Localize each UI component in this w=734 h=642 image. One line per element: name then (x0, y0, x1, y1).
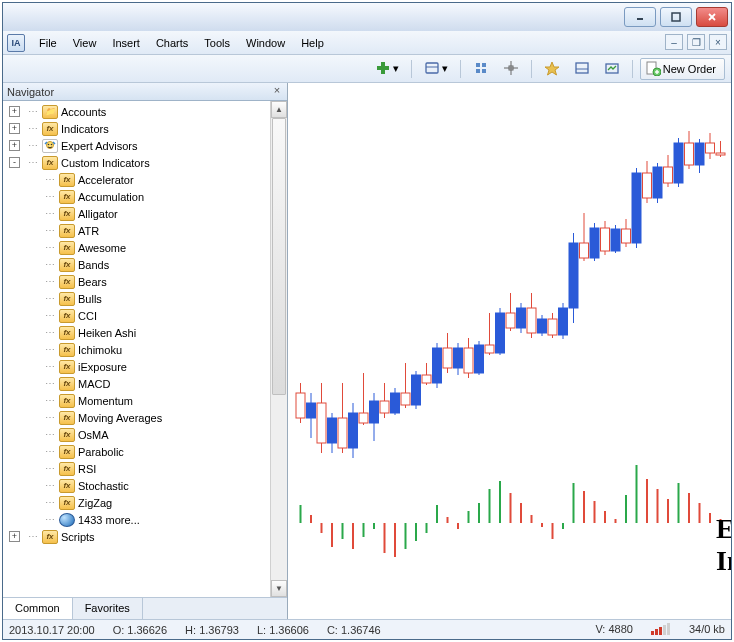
tree-item-iexposure[interactable]: ⋯fxiExposure (7, 358, 268, 375)
menu-file[interactable]: File (31, 32, 65, 54)
navigator-scrollbar[interactable]: ▲ ▼ (270, 101, 287, 597)
tree-item-expert-advisors[interactable]: +⋯Expert Advisors (7, 137, 268, 154)
tree-connector: ⋯ (25, 157, 39, 168)
svg-rect-116 (436, 505, 438, 523)
tab-favorites[interactable]: Favorites (73, 598, 143, 619)
mdi-close-button[interactable]: × (709, 34, 727, 50)
tree-item-more[interactable]: ⋯1433 more... (7, 511, 268, 528)
tree-item-awesome[interactable]: ⋯fxAwesome (7, 239, 268, 256)
menu-help[interactable]: Help (293, 32, 332, 54)
svg-rect-129 (573, 483, 575, 523)
chevron-down-icon: ▾ (442, 62, 448, 75)
tree-item-bulls[interactable]: ⋯fxBulls (7, 290, 268, 307)
tree-toggle[interactable]: + (9, 140, 20, 151)
statusbar: 2013.10.17 20:00 O: 1.36626 H: 1.36793 L… (3, 619, 731, 639)
tree-item-rsi[interactable]: ⋯fxRSI (7, 460, 268, 477)
svg-rect-122 (499, 481, 501, 523)
tree-toggle[interactable]: + (9, 531, 20, 542)
fx-icon: fx (59, 258, 75, 272)
tree-item-atr[interactable]: ⋯fxATR (7, 222, 268, 239)
tree-connector: ⋯ (42, 480, 56, 491)
svg-rect-48 (433, 348, 442, 383)
svg-rect-117 (447, 517, 449, 523)
svg-rect-1 (672, 13, 680, 21)
svg-rect-100 (706, 143, 715, 153)
svg-rect-38 (380, 401, 389, 413)
menu-insert[interactable]: Insert (104, 32, 148, 54)
toolbar-navigator-button[interactable] (539, 58, 565, 80)
maximize-button[interactable] (660, 7, 692, 27)
tree-toggle[interactable]: + (9, 123, 20, 134)
tree-connector: ⋯ (42, 174, 56, 185)
fx-icon: fx (59, 428, 75, 442)
tree-item-ichimoku[interactable]: ⋯fxIchimoku (7, 341, 268, 358)
tree-item-moving-averages[interactable]: ⋯fxMoving Averages (7, 409, 268, 426)
fx-icon: fx (42, 122, 58, 136)
tree-item-zigzag[interactable]: ⋯fxZigZag (7, 494, 268, 511)
svg-rect-64 (517, 308, 526, 328)
toolbar-profile-button[interactable]: ▾ (419, 58, 453, 80)
tree-connector: ⋯ (42, 429, 56, 440)
svg-rect-157 (651, 631, 654, 635)
terminal-icon (574, 60, 590, 78)
tree-item-bands[interactable]: ⋯fxBands (7, 256, 268, 273)
titlebar (3, 3, 731, 31)
mdi-restore-button[interactable]: ❐ (687, 34, 705, 50)
toolbar-market-watch-button[interactable] (468, 58, 494, 80)
fx-icon: fx (59, 292, 75, 306)
tree-toggle[interactable]: + (9, 106, 20, 117)
navigator-close-button[interactable]: × (270, 84, 284, 98)
toolbar-tester-button[interactable] (599, 58, 625, 80)
folder-icon: 📁 (42, 105, 58, 119)
tree-item-momentum[interactable]: ⋯fxMomentum (7, 392, 268, 409)
tree-item-accelerator[interactable]: ⋯fxAccelerator (7, 171, 268, 188)
tree-item-label: Expert Advisors (61, 140, 137, 152)
menu-charts[interactable]: Charts (148, 32, 196, 54)
new-order-button[interactable]: New Order (640, 58, 725, 80)
chart-window[interactable]: Edit Indicator fx AC properties... Delet… (288, 83, 731, 619)
svg-rect-132 (604, 511, 606, 523)
tree-item-parabolic[interactable]: ⋯fxParabolic (7, 443, 268, 460)
fx-icon: fx (59, 377, 75, 391)
scroll-down-button[interactable]: ▼ (271, 580, 287, 597)
svg-rect-66 (527, 308, 536, 333)
close-button[interactable] (696, 7, 728, 27)
tree-item-scripts[interactable]: +⋯fxScripts (7, 528, 268, 545)
tree-item-stochastic[interactable]: ⋯fxStochastic (7, 477, 268, 494)
fx-icon: fx (59, 326, 75, 340)
svg-rect-125 (531, 515, 533, 523)
tree-item-heiken-ashi[interactable]: ⋯fxHeiken Ashi (7, 324, 268, 341)
menu-tools[interactable]: Tools (196, 32, 238, 54)
navigator-tree[interactable]: +⋯📁Accounts+⋯fxIndicators+⋯Expert Adviso… (3, 101, 270, 597)
menu-window[interactable]: Window (238, 32, 293, 54)
scroll-track[interactable] (271, 118, 287, 580)
toolbar-terminal-button[interactable] (569, 58, 595, 80)
tree-item-alligator[interactable]: ⋯fxAlligator (7, 205, 268, 222)
tree-connector: ⋯ (42, 514, 56, 525)
tree-item-accumulation[interactable]: ⋯fxAccumulation (7, 188, 268, 205)
tree-item-osma[interactable]: ⋯fxOsMA (7, 426, 268, 443)
mdi-minimize-button[interactable]: – (665, 34, 683, 50)
tree-item-custom-indicators[interactable]: -⋯fxCustom Indicators (7, 154, 268, 171)
tree-item-label: Bears (78, 276, 107, 288)
tree-item-cci[interactable]: ⋯fxCCI (7, 307, 268, 324)
tree-item-indicators[interactable]: +⋯fxIndicators (7, 120, 268, 137)
menu-view[interactable]: View (65, 32, 105, 54)
fx-icon: fx (59, 309, 75, 323)
tree-connector: ⋯ (25, 531, 39, 542)
svg-rect-28 (328, 418, 337, 443)
minimize-button[interactable] (624, 7, 656, 27)
tree-connector: ⋯ (42, 310, 56, 321)
tree-item-macd[interactable]: ⋯fxMACD (7, 375, 268, 392)
scroll-thumb[interactable] (272, 118, 286, 395)
tab-common[interactable]: Common (3, 598, 73, 619)
tree-item-accounts[interactable]: +⋯📁Accounts (7, 103, 268, 120)
tree-item-bears[interactable]: ⋯fxBears (7, 273, 268, 290)
svg-rect-137 (657, 489, 659, 523)
svg-point-19 (48, 143, 50, 145)
profile-icon (424, 60, 440, 78)
toolbar-add-button[interactable]: ▾ (370, 58, 404, 80)
toolbar-data-window-button[interactable] (498, 58, 524, 80)
tree-toggle[interactable]: - (9, 157, 20, 168)
scroll-up-button[interactable]: ▲ (271, 101, 287, 118)
